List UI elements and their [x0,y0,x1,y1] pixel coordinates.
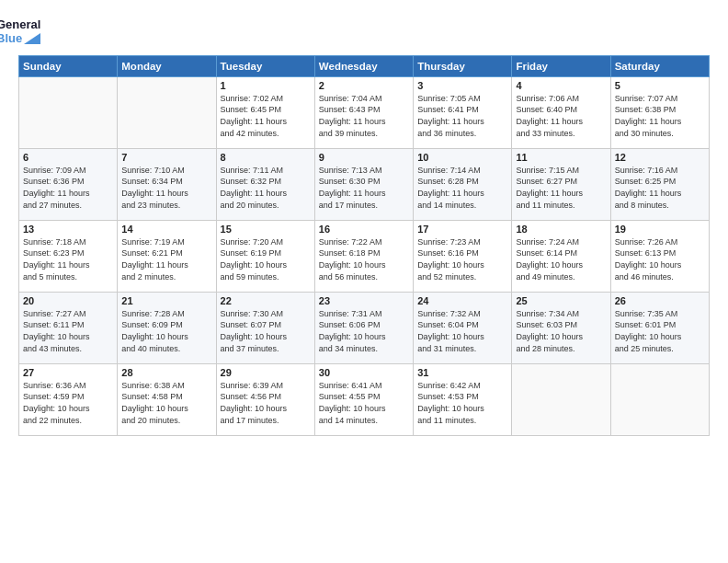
day-number: 23 [319,295,409,306]
day-info: Sunrise: 7:13 AM Sunset: 6:30 PM Dayligh… [319,165,409,211]
day-cell [19,76,118,148]
logo: General Blue General Blue [18,17,40,46]
day-cell: 24Sunrise: 7:32 AM Sunset: 6:04 PM Dayli… [414,292,512,363]
col-header-tuesday: Tuesday [216,55,314,76]
day-info: Sunrise: 7:14 AM Sunset: 6:28 PM Dayligh… [417,165,507,211]
day-number: 6 [23,152,113,163]
day-number: 22 [221,295,311,306]
day-cell: 4Sunrise: 7:06 AM Sunset: 6:40 PM Daylig… [512,76,610,148]
day-info: Sunrise: 7:02 AM Sunset: 6:45 PM Dayligh… [221,93,311,139]
day-number: 3 [417,80,507,91]
calendar-page: General Blue General Blue [0,0,728,563]
day-cell: 13Sunrise: 7:18 AM Sunset: 6:23 PM Dayli… [19,220,118,292]
day-number: 30 [319,367,409,378]
day-number: 7 [121,152,211,163]
day-cell: 17Sunrise: 7:23 AM Sunset: 6:16 PM Dayli… [414,220,512,292]
day-cell: 22Sunrise: 7:30 AM Sunset: 6:07 PM Dayli… [216,292,314,363]
day-cell: 3Sunrise: 7:05 AM Sunset: 6:41 PM Daylig… [414,76,512,148]
day-cell: 28Sunrise: 6:38 AM Sunset: 4:58 PM Dayli… [118,363,216,435]
day-cell: 10Sunrise: 7:14 AM Sunset: 6:28 PM Dayli… [414,148,512,220]
svg-marker-3 [24,33,40,44]
header: General Blue General Blue [18,17,710,46]
day-number: 18 [516,224,606,235]
col-header-monday: Monday [118,55,216,76]
day-cell: 12Sunrise: 7:16 AM Sunset: 6:25 PM Dayli… [610,148,709,220]
day-cell: 7Sunrise: 7:10 AM Sunset: 6:34 PM Daylig… [118,148,216,220]
day-number: 21 [121,295,211,306]
day-number: 12 [615,152,705,163]
day-cell: 18Sunrise: 7:24 AM Sunset: 6:14 PM Dayli… [512,220,610,292]
day-cell: 31Sunrise: 6:42 AM Sunset: 4:53 PM Dayli… [414,363,512,435]
day-cell: 29Sunrise: 6:39 AM Sunset: 4:56 PM Dayli… [216,363,314,435]
day-number: 20 [23,295,113,306]
day-info: Sunrise: 7:19 AM Sunset: 6:21 PM Dayligh… [121,236,211,282]
day-info: Sunrise: 7:34 AM Sunset: 6:03 PM Dayligh… [516,308,606,354]
day-info: Sunrise: 7:11 AM Sunset: 6:32 PM Dayligh… [221,165,311,211]
day-number: 24 [417,295,507,306]
day-cell: 27Sunrise: 6:36 AM Sunset: 4:59 PM Dayli… [19,363,118,435]
day-info: Sunrise: 7:07 AM Sunset: 6:38 PM Dayligh… [615,93,705,139]
day-number: 26 [615,295,705,306]
day-cell: 19Sunrise: 7:26 AM Sunset: 6:13 PM Dayli… [610,220,709,292]
day-number: 14 [121,224,211,235]
day-number: 11 [516,152,606,163]
day-number: 28 [121,367,211,378]
day-number: 15 [221,224,311,235]
day-cell: 1Sunrise: 7:02 AM Sunset: 6:45 PM Daylig… [216,76,314,148]
day-info: Sunrise: 7:30 AM Sunset: 6:07 PM Dayligh… [221,308,311,354]
day-number: 13 [23,224,113,235]
day-info: Sunrise: 6:36 AM Sunset: 4:59 PM Dayligh… [23,380,113,426]
day-number: 16 [319,224,409,235]
col-header-sunday: Sunday [19,55,118,76]
day-info: Sunrise: 6:42 AM Sunset: 4:53 PM Dayligh… [417,380,507,426]
header-row: SundayMondayTuesdayWednesdayThursdayFrid… [19,55,710,76]
day-info: Sunrise: 7:27 AM Sunset: 6:11 PM Dayligh… [23,308,113,354]
day-cell: 8Sunrise: 7:11 AM Sunset: 6:32 PM Daylig… [216,148,314,220]
day-info: Sunrise: 7:24 AM Sunset: 6:14 PM Dayligh… [516,236,606,282]
logo-blue: Blue [0,32,40,46]
day-number: 1 [221,80,311,91]
day-info: Sunrise: 7:35 AM Sunset: 6:01 PM Dayligh… [615,308,705,354]
day-info: Sunrise: 7:10 AM Sunset: 6:34 PM Dayligh… [121,165,211,211]
day-number: 5 [615,80,705,91]
week-row-2: 6Sunrise: 7:09 AM Sunset: 6:36 PM Daylig… [19,148,710,220]
day-cell [610,363,709,435]
day-cell: 6Sunrise: 7:09 AM Sunset: 6:36 PM Daylig… [19,148,118,220]
day-cell: 2Sunrise: 7:04 AM Sunset: 6:43 PM Daylig… [314,76,413,148]
day-number: 17 [417,224,507,235]
day-info: Sunrise: 7:09 AM Sunset: 6:36 PM Dayligh… [23,165,113,211]
week-row-3: 13Sunrise: 7:18 AM Sunset: 6:23 PM Dayli… [19,220,710,292]
day-cell [512,363,610,435]
day-info: Sunrise: 7:26 AM Sunset: 6:13 PM Dayligh… [615,236,705,282]
day-cell: 5Sunrise: 7:07 AM Sunset: 6:38 PM Daylig… [610,76,709,148]
week-row-5: 27Sunrise: 6:36 AM Sunset: 4:59 PM Dayli… [19,363,710,435]
logo-arrow-icon [24,33,40,44]
day-info: Sunrise: 7:20 AM Sunset: 6:19 PM Dayligh… [221,236,311,282]
day-number: 2 [319,80,409,91]
day-info: Sunrise: 6:39 AM Sunset: 4:56 PM Dayligh… [221,380,311,426]
day-cell: 11Sunrise: 7:15 AM Sunset: 6:27 PM Dayli… [512,148,610,220]
day-cell: 9Sunrise: 7:13 AM Sunset: 6:30 PM Daylig… [314,148,413,220]
day-info: Sunrise: 7:32 AM Sunset: 6:04 PM Dayligh… [417,308,507,354]
col-header-wednesday: Wednesday [314,55,413,76]
day-number: 25 [516,295,606,306]
day-number: 27 [23,367,113,378]
day-info: Sunrise: 7:15 AM Sunset: 6:27 PM Dayligh… [516,165,606,211]
day-cell: 25Sunrise: 7:34 AM Sunset: 6:03 PM Dayli… [512,292,610,363]
day-info: Sunrise: 7:22 AM Sunset: 6:18 PM Dayligh… [319,236,409,282]
day-cell: 30Sunrise: 6:41 AM Sunset: 4:55 PM Dayli… [314,363,413,435]
day-cell: 16Sunrise: 7:22 AM Sunset: 6:18 PM Dayli… [314,220,413,292]
day-number: 9 [319,152,409,163]
week-row-4: 20Sunrise: 7:27 AM Sunset: 6:11 PM Dayli… [19,292,710,363]
day-number: 19 [615,224,705,235]
day-info: Sunrise: 7:04 AM Sunset: 6:43 PM Dayligh… [319,93,409,139]
day-cell: 26Sunrise: 7:35 AM Sunset: 6:01 PM Dayli… [610,292,709,363]
col-header-saturday: Saturday [610,55,709,76]
day-info: Sunrise: 7:06 AM Sunset: 6:40 PM Dayligh… [516,93,606,139]
col-header-thursday: Thursday [414,55,512,76]
day-cell: 21Sunrise: 7:28 AM Sunset: 6:09 PM Dayli… [118,292,216,363]
day-number: 4 [516,80,606,91]
day-info: Sunrise: 7:18 AM Sunset: 6:23 PM Dayligh… [23,236,113,282]
day-info: Sunrise: 6:38 AM Sunset: 4:58 PM Dayligh… [121,380,211,426]
day-cell: 15Sunrise: 7:20 AM Sunset: 6:19 PM Dayli… [216,220,314,292]
